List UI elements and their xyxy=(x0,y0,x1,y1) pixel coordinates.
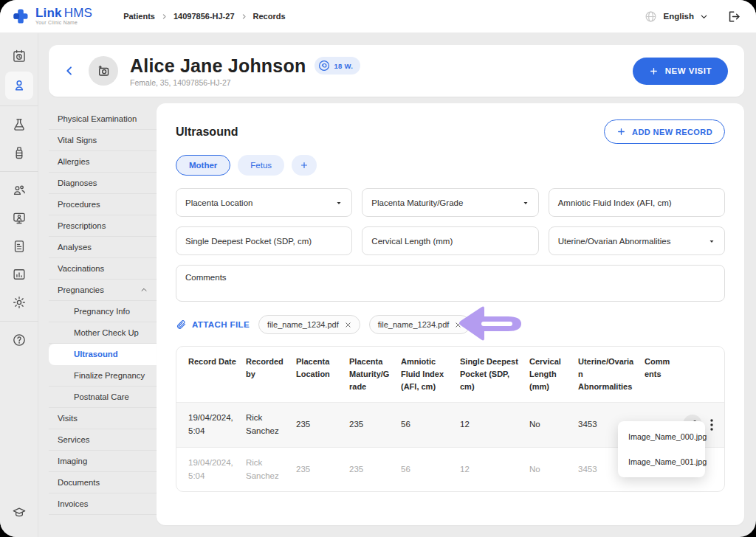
pregnancy-icon xyxy=(318,60,330,72)
brand-subtitle: Your Clinic Name xyxy=(35,21,92,26)
attachment-chip: file_name_1234.pdf xyxy=(258,315,360,334)
popup-file-item[interactable]: Image_Name_000.jpg xyxy=(618,424,705,449)
lab-icon[interactable] xyxy=(5,112,33,137)
nav-item-mother-check-up[interactable]: Mother Check Up xyxy=(49,322,157,344)
language-label: English xyxy=(663,12,694,21)
nav-item-allergies[interactable]: Allergies xyxy=(49,151,157,173)
col-record-date: Record Date xyxy=(188,356,246,393)
breadcrumb-records[interactable]: Records xyxy=(253,12,286,21)
patient-avatar[interactable] xyxy=(89,56,118,86)
topbar: LinkHMS Your Clinic Name Patients 140978… xyxy=(0,0,756,33)
attach-file-button[interactable]: ATTACH FILE xyxy=(176,319,250,330)
nav-item-pregnancy-info[interactable]: Pregnancy Info xyxy=(49,301,157,322)
breadcrumb-separator-icon xyxy=(241,13,247,20)
nav-item-procedures[interactable]: Procedures xyxy=(49,194,157,215)
new-visit-button[interactable]: NEW VISIT xyxy=(633,58,728,85)
breadcrumb-separator-icon xyxy=(161,13,168,20)
caret-down-icon xyxy=(335,199,343,207)
language-selector[interactable]: English xyxy=(645,10,708,23)
nav-item-analyses[interactable]: Analyses xyxy=(49,237,157,258)
col-cervical-length: Cervical Length (mm) xyxy=(529,356,578,393)
nav-item-diagnoses[interactable]: Diagnoses xyxy=(49,173,157,194)
paperclip-icon xyxy=(176,319,186,330)
patients-icon[interactable] xyxy=(5,72,33,100)
patient-name: Alice Jane Johnson xyxy=(130,55,306,77)
placenta-maturity-select[interactable]: Placenta Maturity/Grade xyxy=(362,188,538,217)
camera-add-icon xyxy=(97,64,111,78)
col-recorded-by: Recorded by xyxy=(246,356,296,393)
caret-down-icon xyxy=(708,238,715,245)
col-actions xyxy=(683,356,724,393)
panel-title: Ultrasound xyxy=(176,125,238,139)
nav-item-invoices[interactable]: Invoices xyxy=(49,493,157,515)
nav-item-vital-signs[interactable]: Vital Signs xyxy=(49,130,157,151)
plus-icon xyxy=(300,161,309,170)
comments-textarea[interactable]: Comments xyxy=(176,265,725,302)
nav-item-visits[interactable]: Visits xyxy=(49,408,157,429)
help-icon[interactable] xyxy=(5,328,33,353)
remove-attachment-icon[interactable] xyxy=(455,322,461,328)
col-afi: Amniotic Fluid Index (AFI, cm) xyxy=(401,356,460,393)
reports-icon[interactable] xyxy=(5,262,33,287)
chevron-up-icon xyxy=(140,286,148,294)
patient-meta: Female, 35, 14097856-HJ-27 xyxy=(130,78,360,87)
cervical-length-input[interactable]: Cervical Length (mm) xyxy=(362,226,538,255)
globe-icon xyxy=(645,10,657,23)
nav-item-pregnancies[interactable]: Pregnancies xyxy=(49,280,157,301)
logo-cross-icon xyxy=(12,7,30,25)
documents-icon[interactable] xyxy=(5,234,33,259)
breadcrumb-patients[interactable]: Patients xyxy=(123,12,155,21)
col-placenta-location: Placenta Location xyxy=(296,356,349,393)
nav-item-finalize-pregnancy[interactable]: Finalize Pregnancy xyxy=(49,365,157,387)
staff-icon[interactable] xyxy=(5,178,33,203)
workstation-icon[interactable] xyxy=(5,206,33,231)
logout-icon[interactable] xyxy=(727,10,741,24)
brand-name: LinkHMS xyxy=(35,7,92,19)
icon-rail xyxy=(0,33,38,537)
nav-item-vaccinations[interactable]: Vaccinations xyxy=(49,258,157,280)
popup-file-item[interactable]: Image_Name_001.jpg xyxy=(618,449,705,474)
sdp-input[interactable]: Single Deepest Pocket (SDP, cm) xyxy=(176,226,352,255)
add-tab-button[interactable] xyxy=(292,155,317,176)
nav-item-services[interactable]: Services xyxy=(49,429,157,451)
education-icon[interactable] xyxy=(5,500,33,525)
app-window: LinkHMS Your Clinic Name Patients 140978… xyxy=(0,0,756,537)
settings-icon[interactable] xyxy=(5,290,33,315)
nav-item-imaging[interactable]: Imaging xyxy=(49,451,157,472)
record-sections-nav: Physical Examination Vital Signs Allergi… xyxy=(49,103,157,525)
placenta-location-select[interactable]: Placenta Location xyxy=(176,188,352,217)
nav-item-physical-examination[interactable]: Physical Examination xyxy=(49,108,157,130)
breadcrumb-patient-id[interactable]: 14097856-HJ-27 xyxy=(173,12,235,21)
nav-item-prescriptions[interactable]: Prescriptions xyxy=(49,215,157,237)
uterine-abnormalities-select[interactable]: Uterine/Ovarian Abnormalities xyxy=(549,226,725,255)
remove-attachment-icon[interactable] xyxy=(345,322,351,328)
col-comments: Comments xyxy=(645,356,683,393)
row-menu-button[interactable] xyxy=(707,415,717,434)
pregnancy-week-badge: 18 W. xyxy=(315,57,360,75)
calendar-icon[interactable] xyxy=(5,44,33,69)
chevron-down-icon xyxy=(700,13,708,21)
pharmacy-icon[interactable] xyxy=(5,140,33,165)
add-new-record-button[interactable]: ADD NEW RECORD xyxy=(604,119,725,144)
patient-header: Alice Jane Johnson 18 W. Female, 35, 140… xyxy=(49,45,744,97)
nav-item-postnatal-care[interactable]: Postnatal Care xyxy=(49,387,157,408)
col-uterine-abnormalities: Uterine/Ovarian Abnormalities xyxy=(578,356,645,393)
app-logo[interactable]: LinkHMS Your Clinic Name xyxy=(12,7,92,26)
table-header: Record Date Recorded by Placenta Locatio… xyxy=(176,347,724,403)
plus-icon xyxy=(649,66,659,76)
tab-fetus[interactable]: Fetus xyxy=(238,155,284,176)
nav-item-ultrasound[interactable]: Ultrasound xyxy=(49,344,157,365)
tab-mother[interactable]: Mother xyxy=(176,155,230,176)
caret-down-icon xyxy=(522,199,529,207)
plus-icon xyxy=(616,127,626,136)
ultrasound-records-table: Record Date Recorded by Placenta Locatio… xyxy=(176,346,725,492)
ultrasound-panel: Ultrasound ADD NEW RECORD Mother Fetus xyxy=(157,103,744,525)
back-button[interactable] xyxy=(63,65,75,77)
kebab-icon xyxy=(710,419,713,431)
rail-divider xyxy=(0,321,38,322)
attachments-popup: Image_Name_000.jpg Image_Name_001.jpg xyxy=(618,421,705,477)
nav-item-documents[interactable]: Documents xyxy=(49,472,157,493)
col-placenta-maturity: Placenta Maturity/Grade xyxy=(349,356,401,393)
rail-divider xyxy=(0,105,38,106)
afi-input[interactable]: Amniotic Fluid Index (AFI, cm) xyxy=(549,188,725,217)
